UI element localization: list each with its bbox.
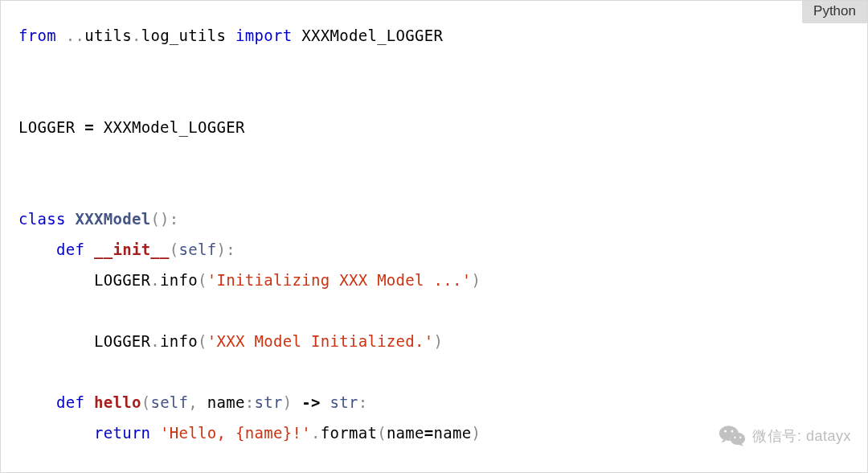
code-token: log_utils <box>141 27 235 44</box>
code-token: 'XXX Model Initialized.' <box>207 332 434 350</box>
code-token: info <box>160 332 198 350</box>
code-block-frame: Python from ..utils.log_utils import XXX… <box>0 0 868 473</box>
code-token: -> <box>301 393 320 411</box>
code-token: self <box>150 393 188 411</box>
code-token: utils <box>84 27 132 44</box>
code-token: XXXModel_LOGGER <box>94 118 245 136</box>
code-token: LOGGER <box>18 271 150 289</box>
code-token: , <box>188 393 207 411</box>
code-token: LOGGER <box>18 332 150 350</box>
code-token: ) <box>472 271 481 289</box>
code-token: ( <box>198 271 207 289</box>
code-token: name <box>387 424 424 442</box>
code-content: from ..utils.log_utils import XXXModel_L… <box>1 1 867 466</box>
code-token: ( <box>198 332 207 350</box>
code-token <box>18 393 56 411</box>
code-token: return <box>94 424 150 442</box>
code-token: ( <box>377 424 387 442</box>
code-token: ) <box>434 332 444 350</box>
code-token: . <box>132 27 141 44</box>
code-token: import <box>235 27 292 44</box>
code-token: str <box>255 393 283 411</box>
code-token: ) <box>472 424 481 442</box>
code-token: LOGGER <box>18 118 84 136</box>
code-token <box>18 241 56 258</box>
code-token: class <box>18 210 66 228</box>
code-token: . <box>311 424 321 442</box>
code-token: self <box>179 241 217 258</box>
code-token: def <box>56 241 84 258</box>
code-token <box>66 210 76 228</box>
code-token <box>56 27 66 44</box>
code-token: format <box>321 424 377 442</box>
code-token: str <box>330 393 358 411</box>
code-token <box>84 241 94 258</box>
code-token <box>150 424 160 442</box>
code-token: . <box>150 332 160 350</box>
code-token: from <box>18 27 56 44</box>
code-token <box>321 393 330 411</box>
code-token: name <box>434 424 472 442</box>
code-token: __init__ <box>94 241 170 258</box>
code-token: 'Hello, {name}!' <box>160 424 311 442</box>
code-token: XXXModel <box>75 210 150 228</box>
code-token: ( <box>141 393 151 411</box>
code-token <box>18 424 94 442</box>
code-token: ): <box>217 241 235 258</box>
code-token: name <box>207 393 245 411</box>
code-token: info <box>160 271 198 289</box>
code-token: def <box>56 393 84 411</box>
code-token: = <box>424 424 434 442</box>
code-token: .. <box>66 27 84 44</box>
code-token: = <box>84 118 94 136</box>
code-token: 'Initializing XXX Model ...' <box>207 271 472 289</box>
code-token <box>84 393 94 411</box>
code-token: ) <box>283 393 301 411</box>
code-token: . <box>150 271 160 289</box>
code-token: (): <box>150 210 178 228</box>
code-token: : <box>358 393 368 411</box>
code-token: hello <box>94 393 141 411</box>
code-token: XXXModel_LOGGER <box>292 27 443 44</box>
code-token: : <box>245 393 255 411</box>
language-badge: Python <box>802 1 867 23</box>
code-token: ( <box>170 241 179 258</box>
